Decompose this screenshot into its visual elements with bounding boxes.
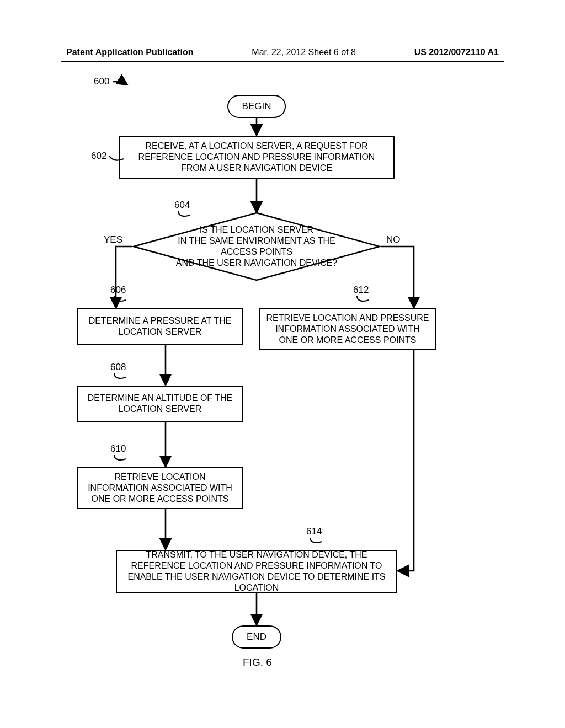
page: Patent Application Publication Mar. 22, …	[0, 0, 565, 728]
label-no: NO	[386, 234, 401, 245]
ref-600: 600	[94, 76, 109, 87]
leader-606	[113, 296, 128, 303]
ref-608: 608	[110, 362, 126, 373]
page-header: Patent Application Publication Mar. 22, …	[66, 47, 499, 57]
ref-610: 610	[110, 443, 126, 454]
header-rule	[61, 61, 504, 62]
flow-step-614: TRANSMIT, TO THE USER NAVIGATION DEVICE,…	[116, 550, 397, 593]
ref-604: 604	[174, 200, 190, 211]
flow-decision-604-text: IS THE LOCATION SERVER IN THE SAME ENVIR…	[132, 212, 381, 281]
ref-614: 614	[306, 526, 322, 537]
header-left: Patent Application Publication	[66, 47, 194, 57]
flow-begin: BEGIN	[227, 95, 286, 118]
flow-decision-604: IS THE LOCATION SERVER IN THE SAME ENVIR…	[132, 212, 381, 281]
header-mid: Mar. 22, 2012 Sheet 6 of 8	[252, 47, 356, 57]
flow-step-606: DETERMINE A PRESSURE AT THE LOCATION SER…	[77, 308, 243, 345]
leader-610	[113, 454, 128, 462]
flow-step-602: RECEIVE, AT A LOCATION SERVER, A REQUEST…	[119, 136, 395, 179]
figure-caption: FIG. 6	[243, 656, 272, 668]
flow-step-610: RETRIEVE LOCATION INFORMATION ASSOCIATED…	[77, 467, 243, 509]
ref-606: 606	[110, 285, 126, 296]
ref-602: 602	[91, 151, 106, 162]
leader-614	[308, 537, 324, 545]
label-yes: YES	[104, 234, 122, 245]
leader-608	[113, 373, 128, 381]
flow-end: END	[232, 625, 281, 649]
ref-612: 612	[353, 285, 369, 296]
flow-step-612: RETRIEVE LOCATION AND PRESSURE INFORMATI…	[259, 308, 436, 350]
flow-step-608: DETERMINE AN ALTITUDE OF THE LOCATION SE…	[77, 386, 243, 422]
header-right: US 2012/0072110 A1	[414, 47, 499, 57]
leader-612	[355, 296, 371, 303]
